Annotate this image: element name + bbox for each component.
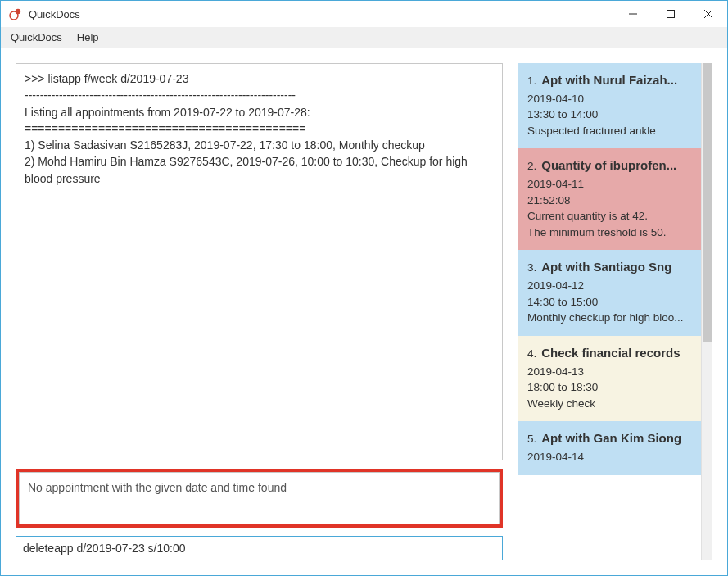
reminder-index: 5. [527,431,536,447]
reminder-desc: Suspected fractured ankle [527,123,691,139]
reminder-time: 14:30 to 15:00 [527,294,691,311]
app-window: QuickDocs QuickDocs Help >>> listapp f/w… [0,0,728,576]
reminder-title: Apt with Gan Kim Siong [541,429,691,447]
reminder-time: 13:30 to 14:00 [527,107,691,123]
minimize-button[interactable] [614,1,652,27]
reminder-index: 3. [527,260,536,276]
content-area: >>> listapp f/week d/2019-07-23 --------… [1,48,727,575]
command-input[interactable] [16,536,503,560]
menu-help[interactable]: Help [77,31,99,43]
reminder-date: 2019-04-12 [527,278,691,294]
console-output: >>> listapp f/week d/2019-07-23 --------… [16,63,503,460]
reminder-time: 18:00 to 18:30 [527,379,691,396]
app-icon [9,7,22,20]
reminder-index: 2. [527,158,536,175]
svg-rect-3 [667,11,675,18]
reminder-date: 2019-04-11 [527,176,691,193]
scrollbar-thumb[interactable] [703,63,712,342]
reminder-list: 1. Apt with Nurul Faizah...2019-04-1013:… [518,63,701,560]
reminder-card[interactable]: 4. Check financial records2019-04-1318:0… [518,336,701,421]
reminder-title: Apt with Santiago Sng [541,258,691,276]
reminder-title: Apt with Nurul Faizah... [541,71,691,89]
window-controls [614,1,727,27]
reminder-desc: Current quantity is at 42. [527,208,691,225]
menu-quickdocs[interactable]: QuickDocs [11,31,62,43]
reminder-index: 4. [527,346,536,362]
reminder-desc: The minimum treshold is 50. [527,225,691,241]
reminder-time: 21:52:08 [527,193,691,209]
reminder-title: Quantity of ibuprofen... [541,156,691,175]
reminder-date: 2019-04-14 [527,449,691,465]
right-column: 1. Apt with Nurul Faizah...2019-04-1013:… [518,63,712,560]
menubar: QuickDocs Help [1,27,727,48]
titlebar: QuickDocs [1,1,727,27]
reminder-card[interactable]: 3. Apt with Santiago Sng2019-04-1214:30 … [518,250,701,335]
svg-point-1 [16,9,20,14]
close-button[interactable] [690,1,727,27]
reminder-card[interactable]: 2. Quantity of ibuprofen...2019-04-1121:… [518,148,701,250]
reminder-date: 2019-04-10 [527,91,691,107]
scrollbar[interactable] [701,63,712,560]
reminder-desc: Weekly check [527,396,691,412]
window-title: QuickDocs [29,8,614,20]
reminder-title: Check financial records [541,344,691,362]
reminder-date: 2019-04-13 [527,364,691,380]
reminder-card[interactable]: 1. Apt with Nurul Faizah...2019-04-1013:… [518,63,701,148]
reminder-index: 1. [527,73,536,89]
maximize-button[interactable] [652,1,690,27]
reminder-desc: Monthly checkup for high bloo... [527,310,691,326]
left-column: >>> listapp f/week d/2019-07-23 --------… [16,63,503,560]
status-message: No appointment with the given date and t… [19,472,500,524]
reminder-card[interactable]: 5. Apt with Gan Kim Siong2019-04-14 [518,421,701,474]
status-highlight: No appointment with the given date and t… [16,469,503,528]
